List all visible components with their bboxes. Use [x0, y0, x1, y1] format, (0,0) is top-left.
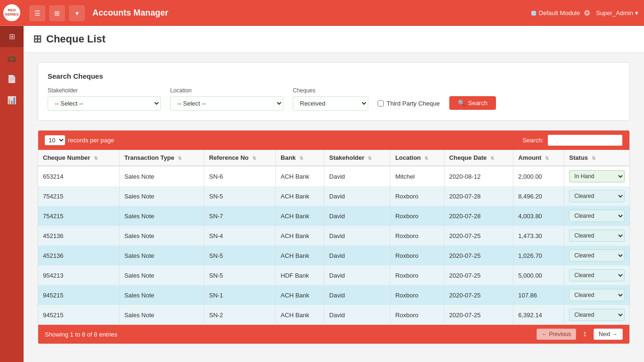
- inner-content: Search Cheques Stakeholder -- Select -- …: [38, 53, 630, 354]
- cheques-label: Cheques: [293, 87, 368, 94]
- showing-info: Showing 1 to 8 of 8 entries: [45, 331, 117, 338]
- module-dot: [531, 11, 536, 16]
- col-cheque-date: Cheque Date ⇅: [444, 150, 513, 166]
- amount-cell: 107.86: [513, 285, 564, 305]
- status-select[interactable]: In HandClearedBouncedDeposited: [569, 289, 625, 301]
- reference-no-cell: SN-1: [204, 285, 276, 305]
- cheque-table: Cheque Number ⇅ Transaction Type ⇅ Refer…: [38, 150, 629, 325]
- status-cell: In HandClearedBouncedDeposited: [564, 305, 629, 325]
- amount-cell: 2,000.00: [513, 166, 564, 186]
- topnav: ☰ ⊞ ▾ Accounts Manager Default Module ⚙ …: [24, 0, 644, 26]
- sidebar-item-dashboard[interactable]: ⊞: [0, 26, 24, 47]
- main-area: ☰ ⊞ ▾ Accounts Manager Default Module ⚙ …: [24, 0, 644, 362]
- bank-cell: HDF Bank: [276, 265, 324, 285]
- grid-button[interactable]: ⊞: [49, 5, 65, 21]
- location-cell: Roxboro: [390, 305, 444, 325]
- status-select[interactable]: In HandClearedBouncedDeposited: [569, 210, 625, 222]
- col-bank: Bank ⇅: [276, 150, 324, 166]
- content: ⊞ Cheque List Search Cheques Stakeholder…: [24, 26, 644, 362]
- cheque-date-cell: 2020-07-25: [444, 226, 513, 246]
- status-select[interactable]: In HandClearedBouncedDeposited: [569, 249, 625, 262]
- cheque-number-cell: 452136: [38, 226, 119, 246]
- table-row: 452136Sales NoteSN-5ACH BankDavidRoxboro…: [38, 246, 629, 265]
- stakeholder-field-group: Stakeholder -- Select --: [48, 87, 161, 111]
- table-panel: 10 25 50 records per page Search:: [38, 130, 630, 344]
- status-select[interactable]: In HandClearedBouncedDeposited: [569, 309, 625, 321]
- settings-icon[interactable]: ⚙: [584, 8, 590, 17]
- third-party-group: Third Party Cheque: [378, 100, 440, 111]
- transaction-type-cell: Sales Note: [119, 186, 204, 206]
- chevron-button[interactable]: ▾: [69, 5, 85, 21]
- app-title: Accounts Manager: [92, 8, 528, 18]
- location-field-group: Location -- Select --: [170, 87, 283, 111]
- table-search-input[interactable]: [547, 134, 623, 146]
- reference-no-cell: SN-5: [204, 265, 276, 285]
- stakeholder-cell: David: [324, 285, 390, 305]
- table-row: 653214Sales NoteSN-6ACH BankDavidMitchel…: [38, 166, 629, 186]
- col-location: Location ⇅: [390, 150, 444, 166]
- amount-cell: 1,473.30: [513, 226, 564, 246]
- search-fields: Stakeholder -- Select -- Location -- Sel…: [48, 87, 620, 111]
- bank-cell: ACH Bank: [276, 246, 324, 265]
- sidebar-item-chart[interactable]: 📊: [0, 90, 24, 111]
- location-cell: Roxboro: [390, 246, 444, 265]
- records-per-page-select[interactable]: 10 25 50: [45, 135, 65, 145]
- cheque-date-cell: 2020-07-25: [444, 246, 513, 265]
- sort-icon: ⇅: [545, 156, 549, 161]
- stakeholder-cell: David: [324, 166, 390, 186]
- transaction-type-cell: Sales Note: [119, 206, 204, 226]
- location-cell: Roxboro: [390, 186, 444, 206]
- username-label: Super_Admin: [596, 9, 633, 16]
- prev-page-button[interactable]: ← Previous: [537, 329, 576, 340]
- sidebar: REDSERIES ⊞ 💼 📄 📊: [0, 0, 24, 362]
- search-icon: 🔍: [458, 99, 465, 107]
- transaction-type-cell: Sales Note: [119, 246, 204, 265]
- cheque-number-cell: 653214: [38, 166, 119, 186]
- search-button[interactable]: 🔍 Search: [449, 96, 496, 110]
- reference-no-cell: SN-6: [204, 166, 276, 186]
- location-select[interactable]: -- Select --: [170, 96, 283, 111]
- cheque-number-cell: 754215: [38, 206, 119, 226]
- next-page-button[interactable]: Next →: [594, 329, 623, 340]
- amount-cell: 6,392.14: [513, 305, 564, 325]
- col-amount: Amount ⇅: [513, 150, 564, 166]
- sort-icon: ⇅: [94, 156, 98, 161]
- status-select[interactable]: In HandClearedBouncedDeposited: [569, 230, 625, 242]
- logo: REDSERIES: [3, 4, 20, 21]
- bank-cell: ACH Bank: [276, 305, 324, 325]
- user-menu-button[interactable]: Super_Admin ▾: [596, 9, 638, 16]
- sidebar-item-document[interactable]: 📄: [0, 68, 24, 90]
- module-label: Default Module: [531, 9, 580, 16]
- page-title: Cheque List: [46, 33, 106, 45]
- table-row: 954213Sales NoteSN-5HDF BankDavidRoxboro…: [38, 265, 629, 285]
- status-cell: In HandClearedBouncedDeposited: [564, 246, 629, 265]
- reference-no-cell: SN-2: [204, 305, 276, 325]
- status-select[interactable]: In HandClearedBouncedDeposited: [569, 170, 625, 182]
- stakeholder-select[interactable]: -- Select --: [48, 96, 161, 111]
- location-cell: Roxboro: [390, 265, 444, 285]
- third-party-label: Third Party Cheque: [387, 100, 440, 107]
- third-party-checkbox[interactable]: [378, 100, 384, 107]
- cheque-date-cell: 2020-07-28: [444, 206, 513, 226]
- status-select[interactable]: In HandClearedBouncedDeposited: [569, 269, 625, 281]
- col-status: Status ⇅: [564, 150, 629, 166]
- col-stakeholder: Stakeholder ⇅: [324, 150, 390, 166]
- sort-icon: ⇅: [178, 156, 182, 161]
- table-row: 754215Sales NoteSN-7ACH BankDavidRoxboro…: [38, 206, 629, 226]
- topnav-right: ⚙ Super_Admin ▾: [584, 8, 638, 17]
- cheque-number-cell: 954213: [38, 265, 119, 285]
- records-per-page-label: records per page: [68, 137, 114, 144]
- menu-button[interactable]: ☰: [29, 5, 45, 21]
- status-select[interactable]: In HandClearedBouncedDeposited: [569, 190, 625, 202]
- sort-icon: ⇅: [424, 156, 428, 161]
- page-1-button[interactable]: 1: [578, 329, 592, 340]
- reference-no-cell: SN-5: [204, 246, 276, 265]
- transaction-type-cell: Sales Note: [119, 265, 204, 285]
- sidebar-item-briefcase[interactable]: 💼: [0, 47, 24, 68]
- amount-cell: 8,496.20: [513, 186, 564, 206]
- location-label: Location: [170, 87, 283, 94]
- cheques-select[interactable]: Received Issued: [293, 96, 368, 111]
- cheque-date-cell: 2020-08-12: [444, 166, 513, 186]
- sort-icon: ⇅: [592, 156, 595, 161]
- sort-icon: ⇅: [299, 156, 303, 161]
